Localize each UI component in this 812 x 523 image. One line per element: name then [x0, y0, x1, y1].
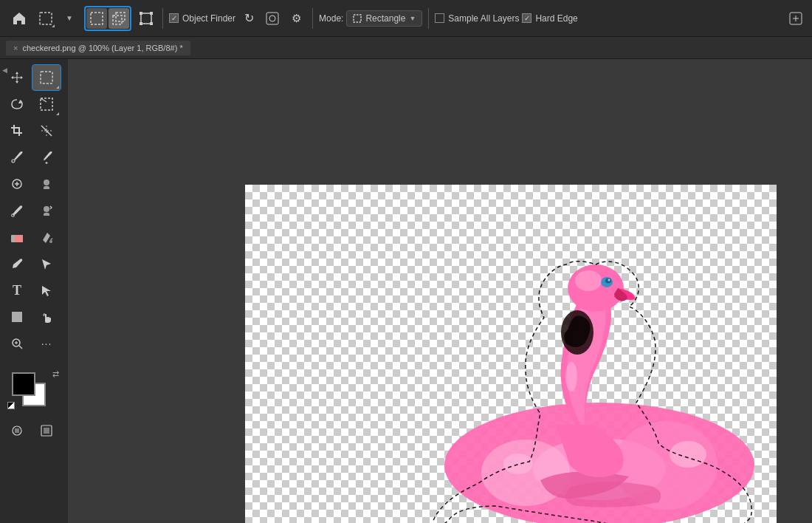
eraser-tool-button[interactable]: [3, 225, 31, 250]
tool-row-7: [3, 225, 65, 250]
extras-button[interactable]: [785, 8, 806, 29]
color-sampler-button[interactable]: [32, 145, 61, 170]
svg-point-47: [575, 270, 602, 291]
side-toolbar: T: [0, 59, 68, 523]
svg-rect-4: [141, 13, 151, 24]
flamingo-svg: [348, 214, 777, 523]
rectangle-mode-icon: [353, 14, 362, 23]
tool-row-1: [3, 65, 65, 90]
healing-tool-button[interactable]: [32, 171, 61, 196]
arrow-dropdown-button[interactable]: ▼: [59, 8, 80, 29]
svg-rect-41: [44, 428, 49, 434]
tool-row-10: [3, 304, 65, 329]
paint-bucket-button[interactable]: [32, 225, 61, 250]
canvas-area[interactable]: [68, 59, 812, 523]
foreground-color-swatch[interactable]: [12, 372, 35, 396]
tool-row-2: [3, 92, 65, 117]
tab-close-button[interactable]: ×: [13, 44, 18, 52]
eyedropper-tool-button[interactable]: [3, 145, 31, 170]
sample-all-layers-checkbox[interactable]: Sample All Layers: [435, 13, 519, 24]
polygonal-lasso-button[interactable]: [32, 92, 61, 117]
refresh-button[interactable]: ↻: [238, 8, 259, 29]
zoom-tool-button[interactable]: [3, 331, 31, 356]
svg-point-29: [44, 206, 49, 212]
canvas-document[interactable]: [245, 185, 777, 523]
select-subject-button[interactable]: [262, 8, 283, 29]
panel-collapse-button[interactable]: ◀: [0, 59, 9, 81]
svg-point-32: [49, 240, 52, 243]
svg-rect-39: [15, 428, 19, 433]
home-button[interactable]: [6, 5, 32, 32]
svg-rect-16: [41, 98, 52, 110]
color-swatch-area: ⇄: [3, 363, 65, 414]
hand-tool-button[interactable]: [32, 304, 61, 329]
marquee-tool-button[interactable]: [35, 8, 56, 29]
hard-edge-checkbox[interactable]: ✓ Hard Edge: [522, 13, 577, 24]
object-finder-checkbox[interactable]: ✓ Object Finder: [169, 13, 235, 24]
svg-rect-33: [12, 312, 22, 322]
separator-2: [312, 8, 313, 29]
svg-point-53: [503, 454, 533, 474]
mode-label: Mode:: [319, 13, 343, 24]
svg-rect-7: [140, 22, 142, 25]
mode-value: Rectangle: [365, 13, 405, 24]
swap-colors-button[interactable]: ⇄: [52, 369, 59, 379]
sample-all-layers-check-box[interactable]: [435, 13, 444, 23]
svg-rect-11: [354, 15, 361, 22]
transform-selection-button[interactable]: [136, 8, 156, 29]
tool-row-9: T: [3, 278, 65, 303]
mode-dropdown[interactable]: Rectangle ▼: [346, 10, 422, 27]
document-tab[interactable]: × checkered.png @ 100% (Layer 1, RGB/8#)…: [6, 41, 190, 55]
screen-mode-button[interactable]: [32, 418, 61, 443]
spot-healing-tool-button[interactable]: [3, 171, 31, 196]
reset-colors-button[interactable]: [7, 402, 15, 409]
svg-point-54: [565, 362, 577, 392]
flamingo-image: [348, 214, 777, 523]
top-toolbar: ▼ ✓ Object Finder ↻: [0, 0, 812, 37]
svg-rect-2: [116, 13, 125, 21]
separator-3: [428, 8, 429, 29]
svg-line-18: [41, 126, 52, 136]
more-tools-button[interactable]: ···: [32, 331, 61, 356]
mode-chevron-icon: ▼: [409, 15, 416, 22]
clone-stamp-button[interactable]: [32, 198, 61, 223]
tool-row-11: ···: [3, 331, 65, 356]
svg-rect-5: [140, 12, 142, 15]
tool-row-4: [3, 145, 65, 170]
type-tool-button[interactable]: T: [3, 278, 31, 303]
more-icon: ···: [41, 338, 52, 349]
separator-1: [162, 8, 163, 29]
selection-mode-group: [84, 6, 131, 31]
svg-point-50: [608, 279, 610, 281]
crop-tool-button[interactable]: [3, 118, 31, 143]
tool-row-5: [3, 171, 65, 196]
tab-bar: ◀ × checkered.png @ 100% (Layer 1, RGB/8…: [0, 37, 812, 59]
quick-mask-button[interactable]: [3, 418, 31, 443]
lasso-tool-button[interactable]: [3, 92, 31, 117]
marquee-tool-button-side[interactable]: [32, 65, 61, 90]
svg-rect-8: [150, 22, 153, 25]
object-finder-check-box[interactable]: ✓: [169, 13, 179, 23]
hard-edge-check-box[interactable]: ✓: [522, 13, 531, 23]
svg-point-27: [44, 180, 49, 185]
svg-rect-9: [266, 13, 278, 24]
svg-point-10: [269, 16, 275, 21]
add-to-selection-button[interactable]: [109, 8, 129, 29]
sample-all-layers-label: Sample All Layers: [448, 13, 519, 24]
new-selection-button[interactable]: [86, 8, 107, 29]
color-area: ⇄: [6, 366, 62, 411]
shape-tool-button[interactable]: [3, 304, 31, 329]
svg-rect-1: [91, 13, 103, 24]
svg-point-52: [670, 441, 706, 468]
svg-rect-31: [15, 235, 23, 242]
settings-button[interactable]: ⚙: [286, 8, 306, 29]
path-selection-button[interactable]: [32, 251, 61, 276]
pen-tool-button[interactable]: [3, 251, 31, 276]
svg-rect-6: [150, 12, 153, 15]
tool-row-8: [3, 251, 65, 276]
svg-point-21: [12, 160, 15, 163]
slice-tool-button[interactable]: [32, 118, 61, 143]
direct-selection-button[interactable]: [32, 278, 61, 303]
brush-tool-button[interactable]: [3, 198, 31, 223]
object-finder-label: Object Finder: [182, 13, 235, 24]
